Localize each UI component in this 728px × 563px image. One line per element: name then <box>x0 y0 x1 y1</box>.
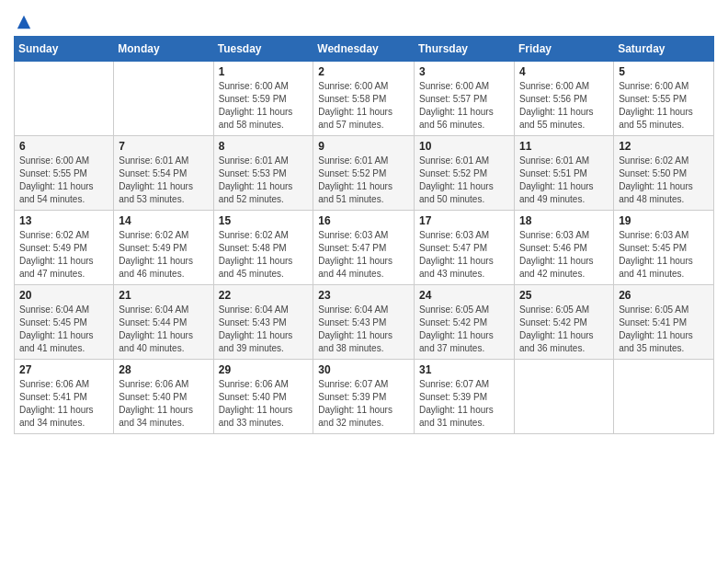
day-number: 9 <box>318 140 409 153</box>
day-of-week-header: Thursday <box>415 37 515 62</box>
day-info: Sunrise: 6:00 AMSunset: 5:55 PMDaylight:… <box>19 155 108 206</box>
day-of-week-header: Tuesday <box>213 37 313 62</box>
day-info: Sunrise: 6:01 AMSunset: 5:52 PMDaylight:… <box>318 155 409 206</box>
calendar-cell: 16Sunrise: 6:03 AMSunset: 5:47 PMDayligh… <box>313 211 415 285</box>
day-info: Sunrise: 6:00 AMSunset: 5:58 PMDaylight:… <box>318 80 409 132</box>
calendar-cell <box>614 360 714 434</box>
day-number: 12 <box>619 140 709 153</box>
calendar-cell: 25Sunrise: 6:05 AMSunset: 5:42 PMDayligh… <box>515 285 614 360</box>
day-info: Sunrise: 6:02 AMSunset: 5:50 PMDaylight:… <box>619 155 709 206</box>
day-info: Sunrise: 6:04 AMSunset: 5:45 PMDaylight:… <box>19 304 108 355</box>
calendar-cell: 3Sunrise: 6:00 AMSunset: 5:57 PMDaylight… <box>415 62 515 136</box>
calendar-cell: 6Sunrise: 6:00 AMSunset: 5:55 PMDaylight… <box>15 136 114 211</box>
calendar-cell: 15Sunrise: 6:02 AMSunset: 5:48 PMDayligh… <box>213 211 313 285</box>
calendar-cell: 23Sunrise: 6:04 AMSunset: 5:43 PMDayligh… <box>313 285 415 360</box>
day-number: 30 <box>318 363 409 376</box>
day-info: Sunrise: 6:06 AMSunset: 5:40 PMDaylight:… <box>119 378 208 430</box>
day-number: 17 <box>419 214 509 227</box>
header-row: SundayMondayTuesdayWednesdayThursdayFrid… <box>15 37 714 62</box>
day-info: Sunrise: 6:07 AMSunset: 5:39 PMDaylight:… <box>318 378 409 430</box>
day-of-week-header: Friday <box>515 37 614 62</box>
day-info: Sunrise: 6:05 AMSunset: 5:42 PMDaylight:… <box>519 304 609 355</box>
calendar-table: SundayMondayTuesdayWednesdayThursdayFrid… <box>14 36 714 434</box>
day-number: 4 <box>519 65 609 78</box>
day-info: Sunrise: 6:00 AMSunset: 5:55 PMDaylight:… <box>619 80 709 132</box>
day-number: 10 <box>419 140 509 153</box>
day-number: 8 <box>219 140 309 153</box>
calendar-cell: 9Sunrise: 6:01 AMSunset: 5:52 PMDaylight… <box>313 136 415 211</box>
calendar-header: SundayMondayTuesdayWednesdayThursdayFrid… <box>15 37 714 62</box>
day-info: Sunrise: 6:01 AMSunset: 5:52 PMDaylight:… <box>419 155 509 206</box>
day-number: 6 <box>19 140 108 153</box>
day-of-week-header: Monday <box>114 37 213 62</box>
day-info: Sunrise: 6:01 AMSunset: 5:53 PMDaylight:… <box>219 155 309 206</box>
day-info: Sunrise: 6:05 AMSunset: 5:42 PMDaylight:… <box>419 304 509 355</box>
calendar-cell: 13Sunrise: 6:02 AMSunset: 5:49 PMDayligh… <box>15 211 114 285</box>
day-number: 13 <box>19 214 108 227</box>
day-info: Sunrise: 6:06 AMSunset: 5:41 PMDaylight:… <box>19 378 108 430</box>
day-info: Sunrise: 6:03 AMSunset: 5:46 PMDaylight:… <box>519 229 609 281</box>
day-number: 26 <box>619 289 709 302</box>
day-number: 28 <box>119 363 208 376</box>
calendar-cell: 17Sunrise: 6:03 AMSunset: 5:47 PMDayligh… <box>415 211 515 285</box>
svg-marker-0 <box>17 16 30 29</box>
day-info: Sunrise: 6:02 AMSunset: 5:49 PMDaylight:… <box>19 229 108 281</box>
day-number: 20 <box>19 289 108 302</box>
calendar-cell: 7Sunrise: 6:01 AMSunset: 5:54 PMDaylight… <box>114 136 213 211</box>
calendar-cell: 8Sunrise: 6:01 AMSunset: 5:53 PMDaylight… <box>213 136 313 211</box>
calendar-cell: 27Sunrise: 6:06 AMSunset: 5:41 PMDayligh… <box>15 360 114 434</box>
calendar-cell: 19Sunrise: 6:03 AMSunset: 5:45 PMDayligh… <box>614 211 714 285</box>
day-number: 2 <box>318 65 409 78</box>
day-number: 14 <box>119 214 208 227</box>
calendar-cell: 24Sunrise: 6:05 AMSunset: 5:42 PMDayligh… <box>415 285 515 360</box>
logo <box>14 14 32 27</box>
day-info: Sunrise: 6:03 AMSunset: 5:47 PMDaylight:… <box>419 229 509 281</box>
day-number: 7 <box>119 140 208 153</box>
calendar-body: 1Sunrise: 6:00 AMSunset: 5:59 PMDaylight… <box>15 62 714 434</box>
calendar-cell: 21Sunrise: 6:04 AMSunset: 5:44 PMDayligh… <box>114 285 213 360</box>
calendar-cell: 22Sunrise: 6:04 AMSunset: 5:43 PMDayligh… <box>213 285 313 360</box>
calendar-cell: 11Sunrise: 6:01 AMSunset: 5:51 PMDayligh… <box>515 136 614 211</box>
day-number: 18 <box>519 214 609 227</box>
calendar-cell: 1Sunrise: 6:00 AMSunset: 5:59 PMDaylight… <box>213 62 313 136</box>
calendar-week-row: 20Sunrise: 6:04 AMSunset: 5:45 PMDayligh… <box>15 285 714 360</box>
day-info: Sunrise: 6:05 AMSunset: 5:41 PMDaylight:… <box>619 304 709 355</box>
day-info: Sunrise: 6:00 AMSunset: 5:56 PMDaylight:… <box>519 80 609 132</box>
day-info: Sunrise: 6:01 AMSunset: 5:51 PMDaylight:… <box>519 155 609 206</box>
day-info: Sunrise: 6:00 AMSunset: 5:59 PMDaylight:… <box>219 80 309 132</box>
day-number: 5 <box>619 65 709 78</box>
calendar-cell <box>15 62 114 136</box>
day-info: Sunrise: 6:07 AMSunset: 5:39 PMDaylight:… <box>419 378 509 430</box>
day-number: 23 <box>318 289 409 302</box>
calendar-cell: 18Sunrise: 6:03 AMSunset: 5:46 PMDayligh… <box>515 211 614 285</box>
calendar-cell: 20Sunrise: 6:04 AMSunset: 5:45 PMDayligh… <box>15 285 114 360</box>
day-number: 29 <box>219 363 309 376</box>
calendar-week-row: 6Sunrise: 6:00 AMSunset: 5:55 PMDaylight… <box>15 136 714 211</box>
page-header <box>14 14 714 27</box>
day-info: Sunrise: 6:01 AMSunset: 5:54 PMDaylight:… <box>119 155 208 206</box>
day-of-week-header: Sunday <box>15 37 114 62</box>
day-number: 25 <box>519 289 609 302</box>
day-number: 1 <box>219 65 309 78</box>
calendar-cell: 28Sunrise: 6:06 AMSunset: 5:40 PMDayligh… <box>114 360 213 434</box>
day-info: Sunrise: 6:04 AMSunset: 5:43 PMDaylight:… <box>318 304 409 355</box>
calendar-cell: 4Sunrise: 6:00 AMSunset: 5:56 PMDaylight… <box>515 62 614 136</box>
calendar-cell: 29Sunrise: 6:06 AMSunset: 5:40 PMDayligh… <box>213 360 313 434</box>
calendar-week-row: 27Sunrise: 6:06 AMSunset: 5:41 PMDayligh… <box>15 360 714 434</box>
calendar-cell <box>515 360 614 434</box>
day-number: 15 <box>219 214 309 227</box>
day-info: Sunrise: 6:03 AMSunset: 5:45 PMDaylight:… <box>619 229 709 281</box>
day-number: 24 <box>419 289 509 302</box>
day-of-week-header: Wednesday <box>313 37 415 62</box>
day-of-week-header: Saturday <box>614 37 714 62</box>
day-number: 3 <box>419 65 509 78</box>
calendar-cell: 14Sunrise: 6:02 AMSunset: 5:49 PMDayligh… <box>114 211 213 285</box>
day-info: Sunrise: 6:00 AMSunset: 5:57 PMDaylight:… <box>419 80 509 132</box>
day-info: Sunrise: 6:02 AMSunset: 5:49 PMDaylight:… <box>119 229 208 281</box>
day-number: 27 <box>19 363 108 376</box>
day-number: 19 <box>619 214 709 227</box>
calendar-cell: 26Sunrise: 6:05 AMSunset: 5:41 PMDayligh… <box>614 285 714 360</box>
day-number: 22 <box>219 289 309 302</box>
day-number: 16 <box>318 214 409 227</box>
day-info: Sunrise: 6:04 AMSunset: 5:44 PMDaylight:… <box>119 304 208 355</box>
